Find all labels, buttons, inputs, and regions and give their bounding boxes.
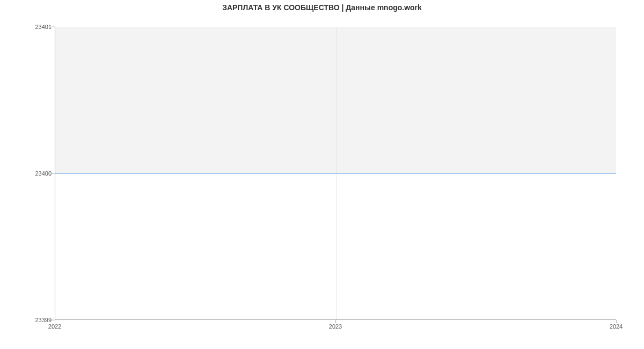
- plot-area: [55, 27, 616, 320]
- x-tick-label: 2024: [610, 323, 623, 330]
- x-tick-label: 2022: [48, 323, 61, 330]
- x-tick-label: 2023: [329, 323, 342, 330]
- y-tick-label: 23399: [3, 317, 52, 323]
- salary-chart: ЗАРПЛАТА В УК СООБЩЕСТВО | Данные mnogo.…: [0, 0, 644, 349]
- y-tick-label: 23401: [3, 24, 52, 30]
- chart-title: ЗАРПЛАТА В УК СООБЩЕСТВО | Данные mnogo.…: [0, 3, 644, 12]
- y-tick-label: 23400: [3, 170, 52, 177]
- series-line: [55, 173, 616, 174]
